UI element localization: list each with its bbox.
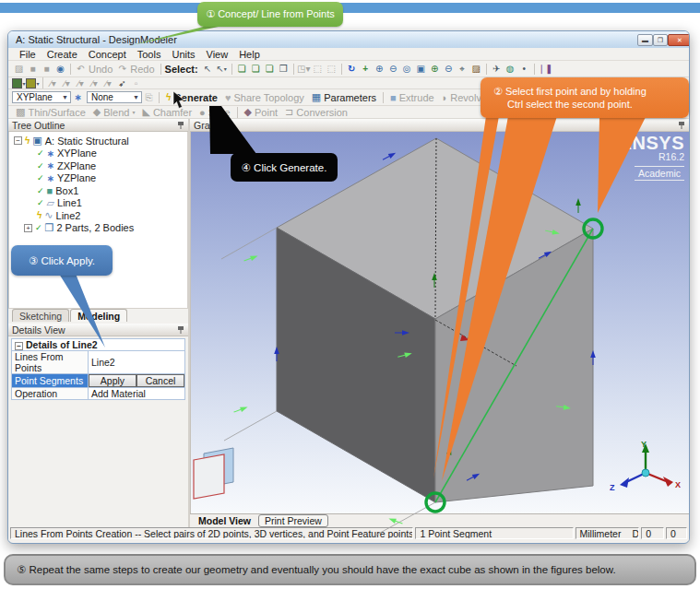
tree-item-root[interactable]: − ϟ ▣ A: Static Structural [9, 135, 187, 147]
collapse-icon[interactable]: − [14, 136, 22, 145]
filter-body-icon[interactable]: ❐ [277, 63, 291, 76]
magnify-icon[interactable]: ⊕ [428, 63, 442, 76]
extend-selection-icon[interactable]: ⬚ [311, 63, 325, 76]
open-file-icon[interactable]: ■ [26, 63, 40, 76]
generate-bolt-icon: ϟ [166, 92, 171, 102]
zoom-in-icon[interactable]: ⊕ [373, 63, 386, 76]
point-display-icon[interactable]: • [517, 63, 531, 76]
display-edge-type4-icon[interactable]: ∕▾ [88, 77, 101, 89]
select-mode-dropdown-icon[interactable]: ↖▾ [215, 63, 229, 76]
tree-item-box1[interactable]: ✓ ■ Box1 [9, 184, 187, 197]
generate-button[interactable]: ϟ Generate [162, 92, 221, 103]
slice-icon: ● [199, 107, 206, 118]
title-bar[interactable]: A: Static Structural - DesignModeler [8, 31, 689, 48]
new-plane-icon[interactable]: ∗ [71, 91, 85, 104]
tree-item-parts[interactable]: + ✓ ❒ 2 Parts, 2 Bodies [9, 222, 187, 235]
pan-icon[interactable]: + [359, 63, 373, 76]
menu-view[interactable]: View [201, 49, 234, 60]
conversion-button[interactable]: ⊐ Conversion [281, 106, 351, 118]
rescale-icon[interactable]: ◍ [504, 63, 517, 76]
select-mode-icon[interactable]: ↖ [201, 63, 215, 76]
menu-concept[interactable]: Concept [83, 49, 132, 60]
lightning-icon: ϟ [25, 135, 30, 146]
edge-color-selector-icon[interactable]: ▾ [26, 77, 40, 89]
save-file-icon[interactable]: ■ [40, 63, 53, 76]
filter-face-icon[interactable]: ❏ [263, 63, 277, 76]
viewports-icon[interactable]: ❘❚ [538, 63, 553, 76]
tab-modeling[interactable]: Modeling [70, 309, 127, 322]
extend-selection2-icon[interactable]: ⬚ [325, 63, 338, 76]
tree-outline-header: Tree Outline [8, 119, 188, 132]
iso-view-icon[interactable]: ⌖ [456, 63, 469, 76]
pin-icon[interactable] [177, 325, 184, 334]
tree-item-xyplane[interactable]: ✓ ∗ XYPlane [9, 147, 187, 160]
generate-label: Generate [173, 92, 218, 103]
graphics-viewport[interactable]: ANSYS R16.2 Academic [190, 132, 689, 513]
blend-button[interactable]: ◆ Blend▾ [89, 106, 139, 118]
display-edge-type5-icon[interactable]: ∕▾ [101, 77, 115, 89]
status-message: Lines From Points Creation -- Select pai… [10, 527, 413, 539]
thin-surface-button[interactable]: ▩ Thin/Surface [12, 106, 89, 118]
chamfer-button[interactable]: ◣ Chamfer [138, 106, 196, 118]
new-sketch-icon[interactable]: ⎘ [142, 91, 156, 104]
tab-print-preview[interactable]: Print Preview [258, 514, 328, 527]
point-button[interactable]: ◆ Point [241, 106, 282, 118]
filter-vertex-icon[interactable]: ❏ [235, 63, 249, 76]
share-topology-button[interactable]: ♥ Share Topology [221, 92, 308, 103]
display-vertices-icon[interactable]: ➶ [115, 77, 129, 89]
cancel-button[interactable]: Cancel [136, 374, 184, 387]
slice-button[interactable]: ● Slice [196, 107, 234, 118]
pin-icon[interactable] [177, 121, 184, 129]
menu-tools[interactable]: Tools [132, 49, 167, 60]
expand-icon[interactable]: + [24, 224, 32, 232]
menu-create[interactable]: Create [42, 49, 83, 60]
redo-label[interactable]: Redo [130, 64, 154, 75]
tab-sketching[interactable]: Sketching [12, 309, 69, 322]
minimize-button[interactable]: ▬ [637, 34, 653, 46]
previous-view-icon[interactable]: ▨ [469, 63, 483, 76]
tree-item-yzplane[interactable]: ✓ ∗ YZPlane [9, 172, 187, 185]
parameters-button[interactable]: ▦ Parameters [308, 91, 380, 103]
status-bar: Lines From Points Creation -- Select pai… [8, 527, 689, 541]
maximize-button[interactable]: ❐ [653, 34, 668, 46]
filter-edge-icon[interactable]: ❏ [249, 63, 263, 76]
collapse-icon[interactable]: − [15, 342, 23, 350]
box-icon: ■ [47, 185, 53, 196]
undo-icon[interactable]: ↶ [74, 63, 88, 76]
check-icon: ✓ [37, 173, 44, 183]
menu-help[interactable]: Help [233, 49, 266, 60]
demagnify-icon[interactable]: ⊖ [442, 63, 456, 76]
tree-item-line1[interactable]: ✓ ▱ Line1 [9, 197, 187, 210]
display-edge-type1-icon[interactable]: ∕▾ [46, 77, 60, 89]
line-sketch-icon: ∿ [44, 209, 53, 221]
menu-units[interactable]: Units [166, 49, 200, 60]
tab-model-view[interactable]: Model View [193, 515, 256, 526]
display-edge-type3-icon[interactable]: ∕▾ [74, 77, 88, 89]
undo-label[interactable]: Undo [89, 64, 113, 75]
zoom-fit-icon[interactable]: ▣ [414, 63, 428, 76]
tree-item-zxplane[interactable]: ✓ ∗ ZXPlane [9, 159, 187, 172]
zoom-out-icon[interactable]: ⊖ [386, 63, 400, 76]
blend-icon: ◆ [93, 106, 101, 118]
sketch-combo[interactable]: None▼ [87, 91, 142, 103]
image-capture-icon[interactable]: ◉ [53, 63, 67, 76]
close-button[interactable]: ✕ [668, 34, 690, 46]
tree-item-line2[interactable]: ϟ ∿ Line2 [9, 209, 187, 222]
display-edge-type2-icon[interactable]: ∕▾ [60, 77, 74, 89]
adjacency-dropdown-icon[interactable]: ◳▾ [297, 63, 311, 76]
menu-file[interactable]: File [14, 49, 42, 60]
pin-icon[interactable] [678, 121, 685, 129]
plane-combo[interactable]: XYPlane▼ [12, 91, 71, 103]
status-selection: 1 Point Segment [415, 527, 573, 539]
face-color-selector-icon[interactable]: ▾ [12, 77, 26, 89]
display-crosshair-icon[interactable]: ▫ [129, 77, 143, 89]
details-group-row[interactable]: −Details of Line2 [12, 339, 185, 351]
look-at-icon[interactable]: ✈ [490, 63, 504, 76]
extrude-button[interactable]: ■ Extrude [386, 92, 438, 103]
redo-icon[interactable]: ↷ [115, 63, 129, 76]
rotate-icon[interactable]: ↻ [345, 63, 359, 76]
new-file-icon[interactable]: ▨ [12, 63, 26, 76]
zoom-box-icon[interactable]: ◎ [400, 63, 414, 76]
apply-button[interactable]: Apply [89, 374, 136, 387]
tree-outline: − ϟ ▣ A: Static Structural ✓ ∗ XYPlane ✓… [8, 132, 188, 309]
